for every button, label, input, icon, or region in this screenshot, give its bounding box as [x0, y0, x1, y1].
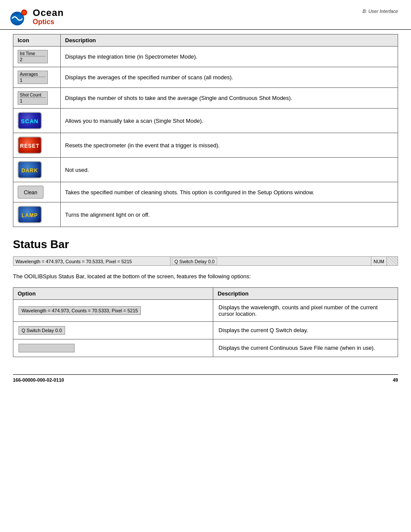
table-row: Averages 1 Displays the averages of the … — [13, 67, 398, 88]
icon-cell-shot-count: Shot Count 1 — [13, 88, 61, 109]
icon-cell-clean: Clean — [13, 182, 61, 202]
clean-button-icon[interactable]: Clean — [18, 186, 44, 199]
statusbar-num-demo: NUM — [371, 257, 387, 265]
status-bar-intro: The OOILIBSplus Status Bar, located at t… — [13, 272, 398, 281]
status-table-row: Displays the current Continuous Save Fil… — [13, 339, 398, 357]
shot-count-label: Shot Count — [20, 93, 46, 97]
ocean-optics-logo-icon — [9, 6, 31, 27]
shot-count-value: 1 — [20, 97, 46, 103]
savefile-option-widget — [19, 344, 75, 352]
page-header: Ocean Optics B: User Interface — [0, 0, 411, 30]
dark-button-icon[interactable]: DARK — [18, 161, 42, 178]
wavelength-option-widget: Wavelength = 474.973, Counts = 70.5333, … — [19, 306, 141, 315]
status-table-header-option: Option — [13, 287, 213, 299]
icon-cell-scan: SCAN — [13, 109, 61, 133]
desc-cell-savefile-option: Displays the current Continuous Save Fil… — [213, 339, 398, 357]
desc-cell-qswitch-option: Displays the current Q Switch delay. — [213, 321, 398, 339]
table-row: Int Time 2 Displays the integration time… — [13, 47, 398, 67]
desc-cell-clean: Takes the specified number of cleaning s… — [61, 182, 398, 202]
status-options-table: Option Description Wavelength = 474.973,… — [13, 287, 398, 357]
averages-label: Averages — [20, 72, 46, 77]
table-row: SCAN Allows you to manually take a scan … — [13, 109, 398, 133]
icon-cell-averages: Averages 1 — [13, 67, 61, 88]
statusbar-spacer — [218, 257, 371, 265]
shot-count-widget: Shot Count 1 — [18, 91, 48, 105]
statusbar-wavelength-demo: Wavelength = 474.973, Counts = 70.5333, … — [13, 257, 171, 265]
desc-cell-dark: Not used. — [61, 158, 398, 182]
int-time-label: Int Time — [20, 51, 46, 56]
logo-area: Ocean Optics — [9, 6, 64, 27]
main-content: Icon Description Int Time 2 Displays the… — [0, 30, 411, 366]
section-label: B: User Interface — [362, 6, 398, 14]
icon-cell-lamp: LAMP — [13, 202, 61, 227]
desc-cell-int-time: Displays the integration time (in Spectr… — [61, 47, 398, 67]
qswitch-option-widget: Q Switch Delay 0.0 — [19, 326, 65, 335]
status-table-header-description: Description — [213, 287, 398, 299]
status-table-row: Q Switch Delay 0.0 Displays the current … — [13, 321, 398, 339]
lamp-button-icon[interactable]: LAMP — [18, 206, 42, 223]
icon-cell-dark: DARK — [13, 158, 61, 182]
logo-optics-text: Optics — [33, 18, 64, 26]
desc-cell-shot-count: Displays the number of shots to take and… — [61, 88, 398, 109]
table-row: RESET Resets the spectrometer (in the ev… — [13, 133, 398, 158]
status-bar-title: Status Bar — [13, 238, 398, 251]
icon-cell-int-time: Int Time 2 — [13, 47, 61, 67]
desc-cell-wavelength-option: Displays the wavelength, counts and pixe… — [213, 299, 398, 321]
table-header-icon: Icon — [13, 34, 61, 47]
icon-description-table: Icon Description Int Time 2 Displays the… — [13, 34, 398, 227]
svg-point-3 — [22, 11, 26, 14]
table-row: LAMP Turns the alignment light on or off… — [13, 202, 398, 227]
table-row: Shot Count 1 Displays the number of shot… — [13, 88, 398, 109]
option-cell-wavelength: Wavelength = 474.973, Counts = 70.5333, … — [13, 299, 213, 321]
statusbar-diag-pattern — [387, 257, 398, 265]
desc-cell-reset: Resets the spectrometer (in the event th… — [61, 133, 398, 158]
logo-ocean-text: Ocean — [33, 8, 64, 18]
table-row: Clean Takes the specified number of clea… — [13, 182, 398, 202]
reset-button-icon[interactable]: RESET — [18, 137, 42, 154]
footer-page-number: 49 — [393, 377, 398, 383]
statusbar-demo: Wavelength = 474.973, Counts = 70.5333, … — [13, 256, 398, 266]
desc-cell-scan: Allows you to manually take a scan (Sing… — [61, 109, 398, 133]
desc-cell-averages: Displays the averages of the specified n… — [61, 67, 398, 88]
page-footer: 166-00000-000-02-0110 49 — [13, 374, 398, 385]
footer-doc-number: 166-00000-000-02-0110 — [13, 377, 64, 383]
table-row: DARK Not used. — [13, 158, 398, 182]
int-time-widget: Int Time 2 — [18, 50, 48, 63]
int-time-value: 2 — [20, 56, 46, 62]
statusbar-qswitch-demo: Q Switch Delay 0.0 — [172, 258, 218, 264]
scan-button-icon[interactable]: SCAN — [18, 112, 42, 129]
table-header-description: Description — [61, 34, 398, 47]
option-cell-qswitch: Q Switch Delay 0.0 — [13, 321, 213, 339]
desc-cell-lamp: Turns the alignment light on or off. — [61, 202, 398, 227]
averages-widget: Averages 1 — [18, 71, 48, 84]
option-cell-savefile — [13, 339, 213, 357]
status-table-row: Wavelength = 474.973, Counts = 70.5333, … — [13, 299, 398, 321]
icon-cell-reset: RESET — [13, 133, 61, 158]
averages-value: 1 — [20, 77, 46, 83]
logo-text: Ocean Optics — [33, 8, 64, 26]
